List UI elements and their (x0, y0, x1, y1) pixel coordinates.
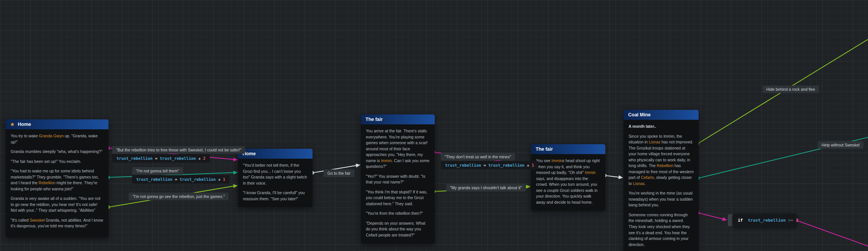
dialogue-paragraph: A month later.. (629, 124, 694, 130)
connection-arrowhead (618, 175, 623, 179)
dialogue-paragraph: "You're from the rebellion then?" (366, 211, 430, 217)
choice-not-be-safer[interactable]: "But the rebellion tries to free those w… (112, 146, 245, 163)
dialogue-node-home-2[interactable]: Home"You'd better not tell them, if the … (238, 149, 313, 207)
variable-assignment-code[interactable]: trust_rebellion = trust_rebellion + 1 (132, 175, 230, 183)
choice-mines[interactable]: "They don't treat us well in the mines"t… (441, 153, 538, 169)
text-segment: "I know Granda, I'll be carefull" you re… (243, 190, 305, 201)
connection-condition-out[interactable] (795, 219, 868, 246)
text-segment: Granda, not (45, 218, 68, 222)
node-dialogue-text: You arrive at the fair. There's stalls e… (361, 124, 435, 244)
dialogue-node-home-1[interactable]: ★HomeYou try to wake Granda Gwyn up. "Gr… (6, 119, 108, 238)
choice-hide-and-flee[interactable]: Hide behind a rock and flee (763, 85, 819, 93)
text-segment: You arrive at the fair. There's stalls e… (366, 129, 428, 163)
text-segment: . (645, 181, 646, 186)
choice-label[interactable]: Help without Sweskel (818, 141, 863, 149)
node-title-label: Home (18, 122, 31, 127)
variable-assignment-code[interactable]: trust_rebellion = trust_rebellion + 2 (112, 154, 210, 163)
text-segment: says, and disappears into the crowd. Whe… (536, 176, 598, 204)
choice-label[interactable]: "But the rebellion tries to free those w… (112, 146, 245, 154)
node-title-label: The fair (365, 117, 383, 122)
text-segment: abilities (68, 218, 81, 222)
text-segment: Immin (585, 170, 596, 175)
connection-arrowhead (356, 164, 361, 167)
choice-label[interactable]: Go to the fair (324, 169, 354, 177)
text-segment: A month later.. (629, 124, 656, 129)
connection-line[interactable] (698, 213, 724, 219)
node-title-bar[interactable]: ★Home (6, 119, 108, 129)
choice-go-to-the-fair[interactable]: Go to the fair (324, 169, 354, 177)
text-segment: "You're from the rebellion then?" (366, 211, 423, 216)
text-segment: trust_rebellion (160, 156, 196, 161)
dialogue-paragraph: Someone comes running through the minesh… (629, 212, 694, 248)
dialogue-paragraph: Granda is very awake all of a sudden. "Y… (11, 196, 104, 214)
text-segment: + (216, 177, 223, 182)
text-segment: 1 (223, 177, 225, 182)
dialogue-paragraph: Since you spoke to Immin, the situation … (629, 134, 694, 187)
condition-expression[interactable]: if trust_rebellion >= 2 (732, 214, 797, 227)
text-segment: trust_rebellion (488, 163, 525, 167)
text-segment: trust_rebellion (116, 156, 153, 161)
dialogue-node-the-fair-2[interactable]: The fairYou see Immins head shoot up rig… (531, 144, 605, 211)
text-segment (786, 218, 788, 223)
choice-not-gonna-tell[interactable]: "I'm not gonna tell them"trust_rebellion… (132, 167, 230, 183)
dialogue-paragraph: "The fair has been set up!" You exclaim. (11, 159, 104, 165)
text-segment: + (525, 163, 532, 167)
text-segment: Granda is very awake all of a sudden. "Y… (11, 196, 101, 212)
node-title-label: Coal Mine (628, 112, 651, 117)
text-segment: Rebellion (657, 163, 673, 168)
choice-label[interactable]: "I'm not gonna go see the rebellion, jus… (129, 193, 228, 200)
text-segment: Immin (551, 158, 562, 163)
choice-label[interactable]: "I'm not gonna tell them" (132, 167, 183, 175)
text-segment: Granda Gwyn (39, 134, 64, 138)
dialogue-paragraph: "You'd better not tell them, if the Groz… (243, 163, 308, 186)
node-title-bar[interactable]: The fair (531, 144, 605, 154)
node-graph-canvas[interactable]: ★HomeYou try to wake Granda Gwyn up. "Gr… (0, 0, 868, 251)
text-segment: You're working in the mine (as usual now… (629, 191, 693, 207)
choice-label[interactable]: Hide behind a rock and flee (763, 85, 819, 93)
text-segment: "Depends on your answers. What do you th… (366, 221, 425, 237)
star-icon: ★ (10, 122, 14, 127)
choice-granda-says[interactable]: "My granda says I shouldn't talk about i… (446, 184, 526, 191)
dialogue-paragraph: You see Immins head shoot up right when … (536, 158, 600, 205)
text-segment: Someone comes running through the minesh… (629, 212, 690, 247)
dialogue-paragraph: You're working in the mine (as usual now… (629, 190, 694, 208)
node-title-bar[interactable]: Coal Mine (624, 110, 699, 120)
dialogue-paragraph: You try to wake Granda Gwyn up. "Granda,… (11, 133, 104, 145)
text-segment (743, 218, 748, 223)
text-segment: "It's called (11, 218, 30, 222)
connection-line[interactable] (797, 220, 868, 246)
connection-coalmine-to-condition[interactable] (697, 211, 728, 221)
node-title-label: The fair (536, 146, 553, 152)
text-segment: = (481, 163, 488, 167)
text-segment: trust_rebellion (748, 218, 786, 223)
node-title-bar[interactable]: Home (238, 149, 313, 159)
connection-fair2-to-coalmine[interactable] (603, 174, 624, 179)
text-segment: 1 (532, 163, 534, 167)
text-segment: "You think I'm that stupid? If it was, y… (366, 190, 428, 206)
dialogue-node-coal-mine[interactable]: Coal MineA month later..Since you spoke … (624, 110, 699, 251)
choice-label[interactable]: "My granda says I shouldn't talk about i… (446, 184, 526, 191)
text-segment: "The fair has been set up!" You exclaim. (11, 159, 81, 164)
text-segment: if (738, 218, 743, 223)
dialogue-paragraph: "You had to wake me up for some idiots b… (11, 168, 104, 192)
choice-just-the-games[interactable]: "I'm not gonna go see the rebellion, jus… (129, 193, 228, 200)
variable-assignment-code[interactable]: trust_rebellion = trust_rebellion + 1 (441, 161, 538, 169)
dialogue-node-the-fair-1[interactable]: The fairYou arrive at the fair. There's … (361, 114, 435, 244)
text-segment: You see (536, 158, 551, 163)
connection-line[interactable] (605, 175, 620, 177)
dialogue-paragraph: "You think I'm that stupid? If it was, y… (366, 189, 430, 207)
dialogue-paragraph: "I know Granda, I'll be carefull" you re… (243, 190, 308, 202)
choice-label[interactable]: "They don't treat us well in the mines" (441, 153, 515, 161)
node-title-bar[interactable]: The fair (361, 114, 435, 124)
node-dialogue-text: You try to wake Granda Gwyn up. "Granda,… (6, 129, 108, 235)
node-dialogue-text: You see Immins head shoot up right when … (531, 154, 605, 211)
choice-help-without-sweskel[interactable]: Help without Sweskel (818, 141, 863, 149)
text-segment: Cefarlo (641, 175, 654, 180)
text-segment: trust_rebellion (136, 177, 172, 182)
text-segment: 2 (796, 218, 798, 223)
connection-arrowhead (233, 184, 238, 188)
node-dialogue-text: A month later..Since you spoke to Immin,… (624, 120, 699, 251)
node-dialogue-text: "You'd better not tell them, if the Groz… (238, 159, 313, 207)
connection-arrowhead (233, 171, 238, 174)
text-segment: trust_rebellion (445, 163, 481, 167)
